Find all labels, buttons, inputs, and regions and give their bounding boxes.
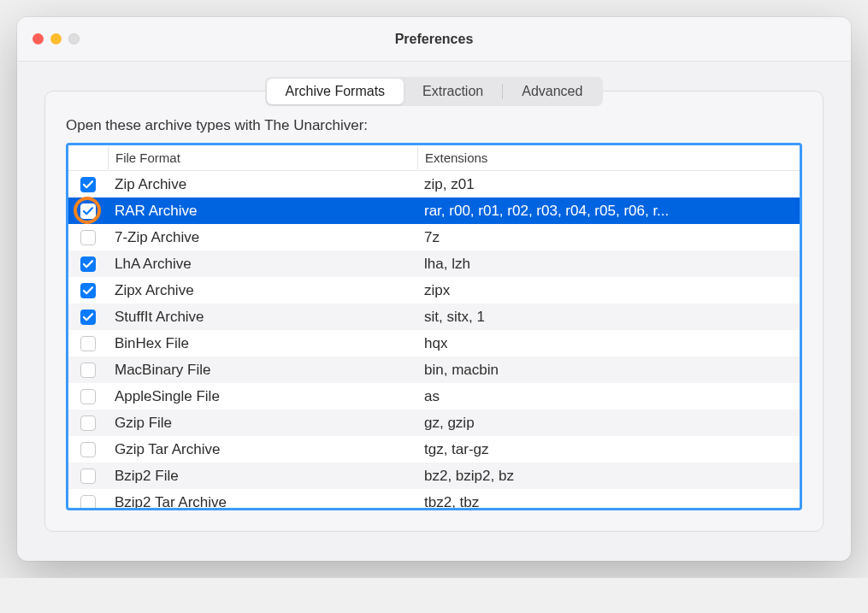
archive-type-checkbox[interactable]: [80, 309, 96, 325]
table-row[interactable]: Gzip Filegz, gzip: [68, 410, 800, 436]
checkbox-cell: [68, 389, 108, 404]
format-cell: Zip Archive: [108, 176, 417, 193]
checkbox-cell: [68, 230, 108, 245]
extensions-cell: zip, z01: [417, 176, 800, 193]
extensions-cell: zipx: [417, 282, 800, 299]
archive-types-table[interactable]: File Format Extensions Zip Archivezip, z…: [66, 143, 802, 510]
archive-type-checkbox[interactable]: [80, 469, 96, 484]
format-cell: Bzip2 Tar Archive: [108, 494, 417, 509]
archive-type-checkbox[interactable]: [80, 389, 96, 404]
extensions-cell: sit, sitx, 1: [417, 309, 800, 326]
archive-type-checkbox[interactable]: [80, 495, 96, 509]
table-row[interactable]: Gzip Tar Archivetgz, tar-gz: [68, 436, 800, 463]
checkbox-cell: [68, 203, 108, 219]
archive-type-checkbox[interactable]: [80, 203, 96, 219]
close-window-button[interactable]: [32, 33, 44, 44]
extensions-cell: tgz, tar-gz: [417, 441, 800, 458]
checkbox-cell: [68, 283, 108, 298]
archive-type-checkbox[interactable]: [80, 362, 96, 378]
checkbox-cell: [68, 416, 108, 431]
format-cell: Bzip2 File: [108, 468, 417, 485]
table-row[interactable]: LhA Archivelha, lzh: [68, 251, 800, 277]
tab-bar: Archive Formats Extraction Advanced: [265, 77, 604, 106]
extensions-cell: tbz2, tbz: [417, 494, 800, 509]
table-row[interactable]: RAR Archiverar, r00, r01, r02, r03, r04,…: [68, 197, 800, 224]
checkbox-cell: [68, 177, 108, 192]
table-row[interactable]: AppleSingle Fileas: [68, 383, 800, 410]
table-body[interactable]: Zip Archivezip, z01RAR Archiverar, r00, …: [68, 171, 800, 508]
archive-type-checkbox[interactable]: [80, 336, 96, 351]
window-content: Archive Formats Extraction Advanced Open…: [17, 62, 851, 561]
tab-extraction[interactable]: Extraction: [404, 79, 502, 104]
table-row[interactable]: BinHex Filehqx: [68, 330, 800, 357]
table-row[interactable]: 7-Zip Archive7z: [68, 224, 800, 251]
archive-formats-panel: Open these archive types with The Unarch…: [44, 91, 824, 532]
checkbox-cell: [68, 362, 108, 378]
table-row[interactable]: Bzip2 Filebz2, bzip2, bz: [68, 463, 800, 489]
archive-type-checkbox[interactable]: [80, 416, 96, 431]
extensions-cell: as: [417, 388, 800, 405]
format-cell: RAR Archive: [108, 203, 417, 220]
checkbox-cell: [68, 336, 108, 351]
extensions-cell: lha, lzh: [417, 256, 800, 273]
format-cell: LhA Archive: [108, 256, 417, 273]
window-title: Preferences: [17, 32, 851, 47]
format-cell: BinHex File: [108, 335, 417, 352]
table-row[interactable]: StuffIt Archivesit, sitx, 1: [68, 304, 800, 330]
checkbox-cell: [68, 309, 108, 325]
zoom-window-button: [68, 33, 80, 44]
archive-type-checkbox[interactable]: [80, 230, 96, 245]
table-row[interactable]: Zip Archivezip, z01: [68, 171, 800, 197]
checkbox-cell: [68, 442, 108, 457]
format-cell: Gzip File: [108, 415, 417, 432]
checkbox-cell: [68, 256, 108, 272]
format-cell: 7-Zip Archive: [108, 229, 417, 246]
tab-advanced[interactable]: Advanced: [503, 79, 601, 104]
extensions-cell: rar, r00, r01, r02, r03, r04, r05, r06, …: [417, 203, 800, 220]
table-row[interactable]: Bzip2 Tar Archivetbz2, tbz: [68, 489, 800, 508]
tab-archive-formats[interactable]: Archive Formats: [267, 79, 404, 104]
table-row[interactable]: MacBinary Filebin, macbin: [68, 357, 800, 383]
window-controls: [17, 33, 80, 44]
minimize-window-button[interactable]: [50, 33, 62, 44]
archive-type-checkbox[interactable]: [80, 442, 96, 457]
extensions-cell: gz, gzip: [417, 415, 800, 432]
column-header-checkbox[interactable]: [68, 154, 108, 162]
panel-heading: Open these archive types with The Unarch…: [66, 117, 802, 134]
format-cell: Gzip Tar Archive: [108, 441, 417, 458]
format-cell: Zipx Archive: [108, 282, 417, 299]
column-header-format[interactable]: File Format: [108, 146, 417, 169]
table-row[interactable]: Zipx Archivezipx: [68, 277, 800, 304]
archive-type-checkbox[interactable]: [80, 177, 96, 192]
archive-type-checkbox[interactable]: [80, 256, 96, 272]
extensions-cell: bz2, bzip2, bz: [417, 468, 800, 485]
preferences-window: Preferences Archive Formats Extraction A…: [17, 17, 851, 561]
extensions-cell: 7z: [417, 229, 800, 246]
extensions-cell: hqx: [417, 335, 800, 352]
table-header: File Format Extensions: [68, 145, 800, 171]
titlebar: Preferences: [17, 17, 851, 62]
checkbox-cell: [68, 495, 108, 509]
extensions-cell: bin, macbin: [417, 362, 800, 379]
column-header-extensions[interactable]: Extensions: [417, 146, 800, 169]
format-cell: AppleSingle File: [108, 388, 417, 405]
checkbox-cell: [68, 469, 108, 484]
archive-type-checkbox[interactable]: [80, 283, 96, 298]
format-cell: MacBinary File: [108, 362, 417, 379]
format-cell: StuffIt Archive: [108, 309, 417, 326]
